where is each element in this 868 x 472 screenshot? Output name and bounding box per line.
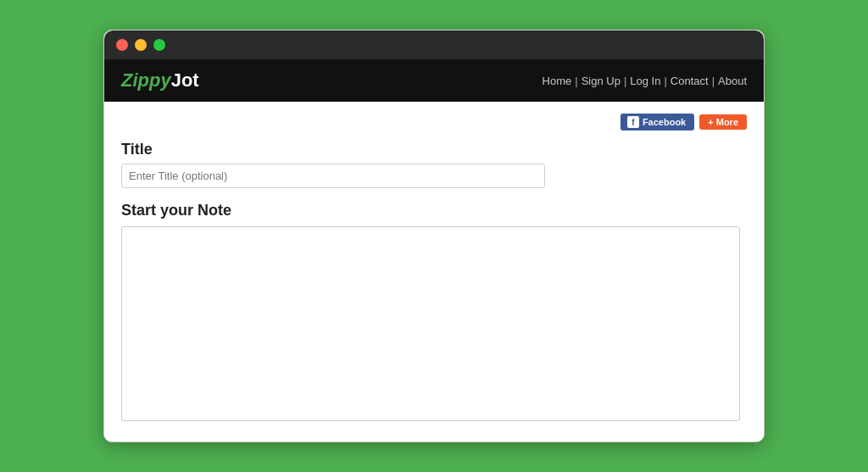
facebook-label: Facebook: [643, 117, 686, 127]
title-label: Title: [121, 141, 747, 158]
more-button[interactable]: + More: [699, 114, 747, 130]
nav-home[interactable]: Home: [542, 75, 572, 87]
note-label: Start your Note: [121, 202, 747, 219]
title-section: Title: [121, 141, 747, 188]
dot-red[interactable]: [116, 39, 128, 51]
title-bar: [104, 31, 764, 59]
nav-links: Home | Sign Up | Log In | Contact | Abou…: [542, 75, 747, 87]
social-bar: f Facebook + More: [121, 110, 747, 130]
more-label: + More: [708, 117, 738, 127]
nav-about[interactable]: About: [718, 75, 747, 87]
note-section: Start your Note: [121, 202, 747, 425]
logo: ZippyJot: [121, 69, 199, 92]
logo-jot: Jot: [171, 69, 199, 91]
content-area: f Facebook + More Title Start your Note: [104, 102, 764, 441]
browser-window: ZippyJot Home | Sign Up | Log In | Conta…: [103, 30, 765, 442]
dot-yellow[interactable]: [135, 39, 147, 51]
logo-zippy: Zippy: [121, 69, 171, 91]
nav-login[interactable]: Log In: [630, 75, 660, 87]
facebook-icon: f: [627, 116, 639, 128]
title-input[interactable]: [121, 164, 545, 188]
nav-signup[interactable]: Sign Up: [581, 75, 620, 87]
nav-contact[interactable]: Contact: [670, 75, 709, 87]
dot-green[interactable]: [153, 39, 165, 51]
nav-bar: ZippyJot Home | Sign Up | Log In | Conta…: [104, 59, 764, 102]
facebook-button[interactable]: f Facebook: [620, 114, 694, 130]
note-textarea[interactable]: [121, 226, 740, 421]
